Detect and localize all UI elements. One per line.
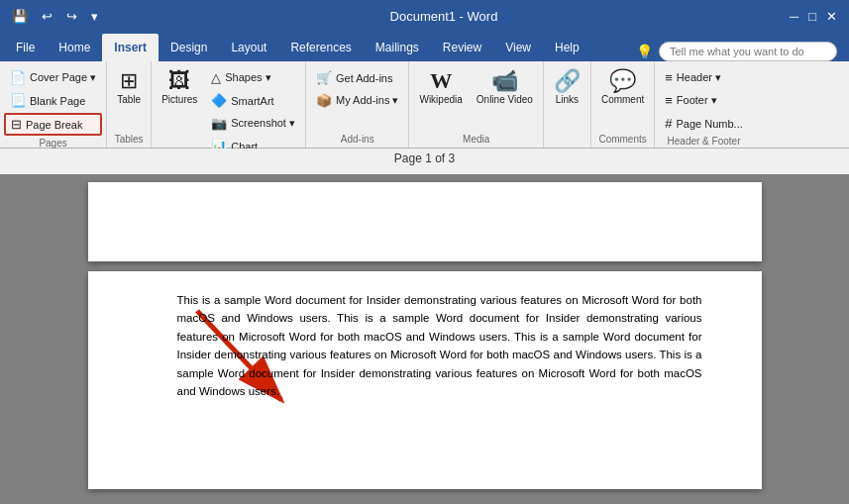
smartart-button[interactable]: 🔷 SmartArt — [205, 90, 301, 111]
links-button[interactable]: 🔗 Links — [548, 65, 586, 109]
save-button[interactable]: 💾 — [8, 7, 32, 26]
tab-insert[interactable]: Insert — [102, 34, 159, 61]
redo-button[interactable]: ↪ — [62, 7, 81, 26]
ribbon-group-comments: 💬 Comment Comments — [591, 61, 655, 148]
shapes-button[interactable]: △ Shapes ▾ — [205, 67, 301, 88]
header-footer-group-label: Header & Footer — [659, 136, 749, 150]
ribbon-group-links: 🔗 Links — [544, 61, 591, 148]
online-video-button[interactable]: 📹 Online Video — [471, 65, 539, 109]
tab-mailings[interactable]: Mailings — [364, 34, 431, 61]
tab-layout[interactable]: Layout — [219, 34, 278, 61]
blank-page-button[interactable]: 📃 Blank Page — [4, 90, 102, 111]
ribbon-group-pages: 📄 Cover Page ▾ 📃 Blank Page ⊟ Page Break… — [0, 61, 107, 148]
tables-group-label: Tables — [111, 134, 147, 148]
title-bar: 💾 ↩ ↪ ▾ Document1 - Word ─ □ ✕ — [0, 0, 849, 32]
qat-dropdown-button[interactable]: ▾ — [87, 7, 102, 26]
tab-references[interactable]: References — [278, 34, 363, 61]
page-1 — [88, 182, 762, 261]
page-number-icon: # — [665, 116, 672, 131]
ribbon-tab-bar: File Home Insert Design Layout Reference… — [0, 32, 849, 61]
page-break-button[interactable]: ⊟ Page Break — [4, 113, 102, 136]
page-number-button[interactable]: # Page Numb... — [659, 113, 749, 134]
header-button[interactable]: ≡ Header ▾ — [659, 67, 749, 88]
smartart-icon: 🔷 — [211, 93, 227, 108]
comments-group-label: Comments — [595, 134, 650, 148]
quick-access-toolbar: 💾 ↩ ↪ ▾ — [8, 7, 102, 26]
document-text: This is a sample Word document for Insid… — [177, 291, 702, 400]
tab-file[interactable]: File — [4, 34, 47, 61]
ribbon-group-illustrations: 🖼 Pictures △ Shapes ▾ 🔷 SmartArt 📷 Scree… — [152, 61, 306, 148]
shapes-icon: △ — [211, 70, 221, 85]
links-icon: 🔗 — [554, 69, 581, 93]
addins-group-label: Add-ins — [310, 134, 404, 148]
tab-design[interactable]: Design — [159, 34, 219, 61]
table-icon: ⊞ — [120, 69, 138, 93]
tab-help[interactable]: Help — [543, 34, 591, 61]
ribbon-group-addins: 🛒 Get Add-ins 📦 My Add-ins ▾ Add-ins — [306, 61, 409, 148]
app-window: 💾 ↩ ↪ ▾ Document1 - Word ─ □ ✕ File Home… — [0, 0, 849, 504]
my-addins-button[interactable]: 📦 My Add-ins ▾ — [310, 90, 404, 111]
table-button[interactable]: ⊞ Table — [111, 65, 147, 109]
tab-review[interactable]: Review — [431, 34, 493, 61]
minimize-button[interactable]: ─ — [786, 7, 802, 26]
lightbulb-icon: 💡 — [636, 44, 653, 59]
undo-button[interactable]: ↩ — [38, 7, 56, 26]
ribbon-group-media: W Wikipedia 📹 Online Video Media — [409, 61, 543, 148]
cover-page-icon: 📄 — [10, 70, 26, 85]
header-footer-buttons: ≡ Header ▾ ≡ Footer ▾ # Page Numb... — [659, 65, 749, 136]
document-area: This is a sample Word document for Insid… — [0, 174, 849, 504]
page-break-icon: ⊟ — [11, 117, 22, 132]
get-addins-button[interactable]: 🛒 Get Add-ins — [310, 67, 404, 88]
online-video-icon: 📹 — [491, 69, 518, 93]
illustrations-small-buttons: △ Shapes ▾ 🔷 SmartArt 📷 Screenshot ▾ 📊 C… — [205, 65, 301, 158]
ribbon-group-tables: ⊞ Table Tables — [107, 61, 152, 148]
tell-me-input[interactable] — [659, 42, 837, 61]
footer-icon: ≡ — [665, 93, 673, 108]
ribbon-group-header-footer: ≡ Header ▾ ≡ Footer ▾ # Page Numb... Hea… — [655, 61, 753, 148]
maximize-button[interactable]: □ — [804, 7, 820, 26]
addins-buttons: 🛒 Get Add-ins 📦 My Add-ins ▾ — [310, 65, 404, 113]
tab-home[interactable]: Home — [47, 34, 102, 61]
media-group-label: Media — [413, 134, 538, 148]
tab-view[interactable]: View — [493, 34, 543, 61]
get-addins-icon: 🛒 — [316, 70, 332, 85]
page-indicator-text: Page 1 of 3 — [394, 151, 455, 165]
page-2[interactable]: This is a sample Word document for Insid… — [88, 271, 762, 489]
comment-icon: 💬 — [609, 69, 636, 93]
comment-button[interactable]: 💬 Comment — [595, 65, 650, 109]
blank-page-icon: 📃 — [10, 93, 26, 108]
screenshot-icon: 📷 — [211, 116, 227, 131]
pictures-button[interactable]: 🖼 Pictures — [156, 65, 203, 109]
header-icon: ≡ — [665, 70, 673, 85]
ribbon: 📄 Cover Page ▾ 📃 Blank Page ⊟ Page Break… — [0, 61, 849, 149]
wikipedia-icon: W — [430, 69, 452, 93]
cover-page-button[interactable]: 📄 Cover Page ▾ — [4, 67, 102, 88]
document-title: Document1 - Word — [110, 9, 778, 24]
footer-button[interactable]: ≡ Footer ▾ — [659, 90, 749, 111]
screenshot-button[interactable]: 📷 Screenshot ▾ — [205, 113, 301, 134]
page-indicator-bar: Page 1 of 3 — [0, 149, 849, 168]
links-group-label — [548, 134, 586, 148]
wikipedia-button[interactable]: W Wikipedia — [413, 65, 468, 109]
pages-buttons: 📄 Cover Page ▾ 📃 Blank Page ⊟ Page Break — [4, 65, 102, 138]
pictures-icon: 🖼 — [168, 69, 190, 93]
close-button[interactable]: ✕ — [822, 7, 841, 26]
my-addins-icon: 📦 — [316, 93, 332, 108]
